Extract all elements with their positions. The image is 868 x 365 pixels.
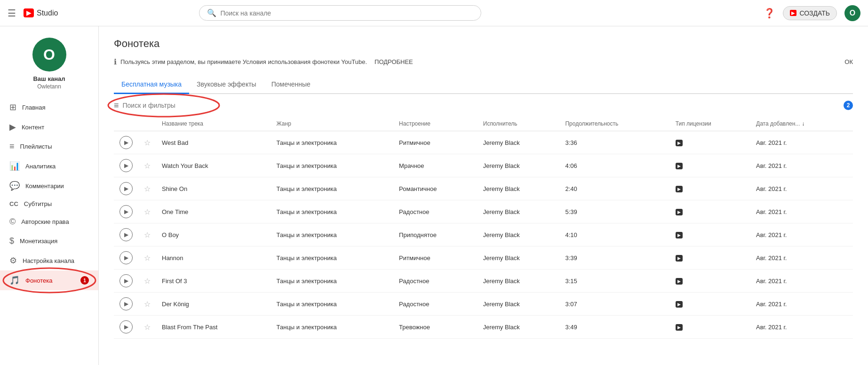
table-row: ▶ ☆ First Of 3 Танцы и электроника Радос… <box>114 270 853 293</box>
play-button[interactable]: ▶ <box>119 320 133 333</box>
logo-area: ▶ Studio <box>24 8 58 17</box>
sidebar-item-label: Авторские права <box>21 218 89 225</box>
track-title: One Time <box>156 200 271 223</box>
col-track-name: Название трека <box>156 117 271 131</box>
play-button[interactable]: ▶ <box>119 251 133 264</box>
track-mood: Радостное <box>393 200 478 223</box>
tab-free-music[interactable]: Бесплатная музыка <box>114 76 189 94</box>
play-button[interactable]: ▶ <box>119 182 133 195</box>
playlists-icon: ≡ <box>9 142 15 151</box>
play-button[interactable]: ▶ <box>119 228 133 241</box>
sidebar-item-label: Монетизация <box>20 238 89 245</box>
table-row: ▶ ☆ O Boy Танцы и электроника Приподнято… <box>114 223 853 246</box>
tab-starred[interactable]: Помеченные <box>264 76 318 94</box>
content-icon: ▶ <box>9 122 16 132</box>
play-button[interactable]: ▶ <box>119 297 133 310</box>
star-button[interactable]: ☆ <box>144 277 151 285</box>
analytics-icon: 📊 <box>9 161 20 171</box>
comments-icon: 💬 <box>9 181 20 191</box>
track-genre: Танцы и электроника <box>271 200 394 223</box>
info-more-link[interactable]: ПОДРОБНЕЕ <box>374 58 413 65</box>
track-license: ▶ <box>670 270 750 293</box>
license-icon: ▶ <box>676 186 683 192</box>
table-row: ▶ ☆ One Time Танцы и электроника Радостн… <box>114 200 853 223</box>
col-duration: Продолжительность <box>559 117 669 131</box>
hamburger-icon[interactable]: ☰ <box>8 8 16 19</box>
star-button[interactable]: ☆ <box>144 185 151 193</box>
license-icon: ▶ <box>676 255 683 262</box>
help-icon[interactable]: ❓ <box>764 8 775 19</box>
create-label: СОЗДАТЬ <box>799 9 830 17</box>
col-date[interactable]: Дата добавлен... ↓ <box>750 117 853 131</box>
track-license: ▶ <box>670 177 750 200</box>
star-button[interactable]: ☆ <box>144 323 151 331</box>
play-button[interactable]: ▶ <box>119 136 133 149</box>
track-artist: Jeremy Black <box>478 270 560 293</box>
track-title: Hannon <box>156 246 271 270</box>
sidebar-item-copyright[interactable]: © Авторские права <box>0 212 98 231</box>
track-artist: Jeremy Black <box>478 131 560 154</box>
track-table: Название трека Жанр Настроение Исполните… <box>114 117 853 339</box>
table-row: ▶ ☆ Hannon Танцы и электроника Ритмичное… <box>114 246 853 270</box>
play-button[interactable]: ▶ <box>119 205 133 218</box>
avatar[interactable]: O <box>844 5 860 21</box>
sidebar-item-content[interactable]: ▶ Контент <box>0 117 98 137</box>
play-button[interactable]: ▶ <box>119 274 133 287</box>
license-icon: ▶ <box>676 301 683 308</box>
sidebar-item-library[interactable]: 🎵 Фонотека 1 <box>0 270 98 290</box>
home-icon: ⊞ <box>9 102 16 112</box>
track-duration: 4:10 <box>559 223 669 246</box>
app-body: O Ваш канал Owletann ⊞ Главная ▶ Контент… <box>0 26 868 365</box>
settings-icon: ⚙ <box>9 255 17 266</box>
youtube-logo: ▶ <box>24 8 34 17</box>
star-button[interactable]: ☆ <box>144 231 151 239</box>
track-title: Shine On <box>156 177 271 200</box>
track-license: ▶ <box>670 316 750 339</box>
play-button[interactable]: ▶ <box>119 159 133 172</box>
info-ok-button[interactable]: ОК <box>844 58 853 65</box>
sidebar-item-settings[interactable]: ⚙ Настройка канала <box>0 251 98 270</box>
license-icon: ▶ <box>676 278 683 285</box>
track-mood: Мрачное <box>393 154 478 177</box>
sidebar-item-monetization[interactable]: $ Монетизация <box>0 231 98 251</box>
channel-avatar[interactable]: O <box>32 38 66 71</box>
sort-arrow-icon: ↓ <box>802 120 804 127</box>
sidebar-item-label: Аналитика <box>25 163 89 170</box>
table-row: ▶ ☆ Der König Танцы и электроника Радост… <box>114 293 853 316</box>
track-date: Авг. 2021 г. <box>750 293 853 316</box>
filter-icon: ≡ <box>114 101 119 111</box>
main-content: Фонотека ℹ Пользуясь этим разделом, вы п… <box>99 26 868 365</box>
track-title: O Boy <box>156 223 271 246</box>
license-icon: ▶ <box>676 209 683 215</box>
sidebar-item-playlists[interactable]: ≡ Плейлисты <box>0 137 98 156</box>
col-mood: Настроение <box>393 117 478 131</box>
license-icon: ▶ <box>676 163 683 169</box>
star-button[interactable]: ☆ <box>144 300 151 308</box>
track-genre: Танцы и электроника <box>271 154 394 177</box>
table-row: ▶ ☆ Shine On Танцы и электроника Романти… <box>114 177 853 200</box>
track-date: Авг. 2021 г. <box>750 154 853 177</box>
star-button[interactable]: ☆ <box>144 254 151 262</box>
sidebar-item-home[interactable]: ⊞ Главная <box>0 97 98 117</box>
filter-input[interactable] <box>123 100 840 111</box>
track-license: ▶ <box>670 131 750 154</box>
sidebar-item-subtitles[interactable]: CC Субтитры <box>0 196 98 212</box>
star-button[interactable]: ☆ <box>144 162 151 170</box>
search-bar[interactable]: 🔍 <box>199 5 481 21</box>
track-mood: Романтичное <box>393 177 478 200</box>
page-title: Фонотека <box>114 38 853 50</box>
tab-sound-effects[interactable]: Звуковые эффекты <box>189 76 264 94</box>
sidebar-item-comments[interactable]: 💬 Комментарии <box>0 176 98 196</box>
sidebar-item-analytics[interactable]: 📊 Аналитика <box>0 156 98 176</box>
star-button[interactable]: ☆ <box>144 208 151 216</box>
create-button[interactable]: ▶ СОЗДАТЬ <box>783 6 837 20</box>
track-genre: Танцы и электроника <box>271 177 394 200</box>
star-button[interactable]: ☆ <box>144 139 151 147</box>
sidebar: O Ваш канал Owletann ⊞ Главная ▶ Контент… <box>0 26 99 365</box>
track-genre: Танцы и электроника <box>271 293 394 316</box>
col-star <box>138 117 156 131</box>
track-artist: Jeremy Black <box>478 154 560 177</box>
search-input[interactable] <box>220 9 473 17</box>
filter-badge: 2 <box>844 101 853 110</box>
license-icon: ▶ <box>676 324 683 331</box>
